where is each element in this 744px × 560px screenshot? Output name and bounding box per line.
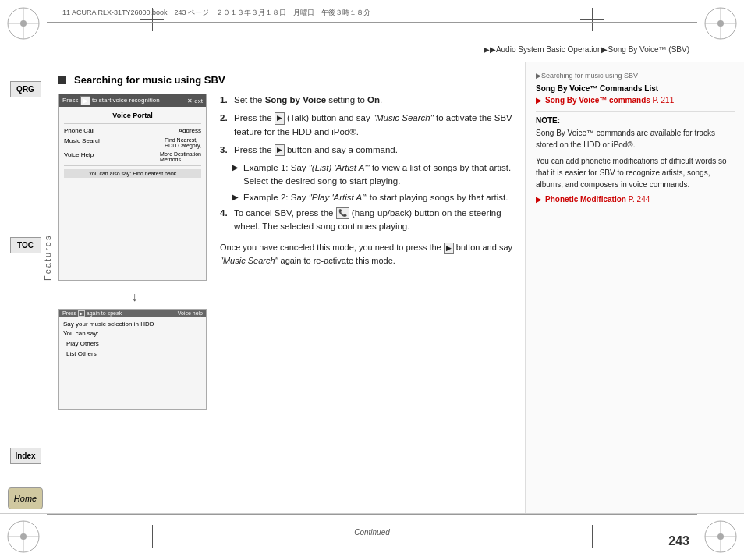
- qrg-button[interactable]: QRG: [10, 81, 41, 97]
- right-note-text-1: Song By Voice™ commands are available fo…: [536, 127, 735, 151]
- mockup-titlebar-1: Press ▶ to start voice recognition ✕ ext: [59, 94, 206, 107]
- footer-top-line: [47, 514, 697, 515]
- home-label: Home: [14, 494, 37, 503]
- right-panel: ▶Searching for music using SBV Song By V…: [526, 62, 744, 513]
- step-2-num: 2.: [220, 112, 231, 139]
- phonetic-modification-link[interactable]: ▶ Phonetic Modification P. 244: [536, 195, 735, 204]
- left-panel: Searching for music using SBV Press ▶ to…: [51, 62, 526, 513]
- mockup-list-others: List Others: [63, 349, 202, 359]
- voice-portal-label: Voice Portal: [64, 112, 201, 119]
- right-note-text-2: You can add phonetic modifications of di…: [536, 155, 735, 190]
- mockup-row-1: Phone Call Address: [64, 127, 201, 134]
- mockup-item-music: Music Search: [64, 137, 101, 148]
- step-1-num: 1.: [220, 94, 231, 107]
- section-title: Searching for music using SBV: [74, 74, 225, 86]
- mockup-row-3: Voice Help More DestinationMethods: [64, 151, 201, 162]
- mockup-cansay: You can say:: [63, 330, 202, 337]
- heading-square-icon: [58, 76, 66, 84]
- mockup-second-titlebar: Press ▶ again to speak Voice help: [59, 310, 206, 317]
- crosshair-footer-right: [580, 525, 604, 548]
- steps-content: 1. Set the Song by Voice setting to On. …: [220, 94, 513, 420]
- mockup-row-2: Music Search Find Nearest,HDD Category,: [64, 137, 201, 148]
- header: 11 ACURA RLX-31TY26000.book 243 ページ ２０１３…: [0, 0, 744, 62]
- step-3-num: 3.: [220, 144, 231, 157]
- mockup-close-icon: ✕ ext: [187, 97, 203, 105]
- sub-step-2: ▶ Example 2: Say "Play 'Artist A'" to st…: [232, 191, 513, 204]
- mockup-item-find: Find Nearest,HDD Category,: [165, 137, 201, 148]
- home-button[interactable]: Home: [8, 487, 43, 509]
- header-filename: 11 ACURA RLX-31TY26000.book 243 ページ ２０１３…: [62, 8, 370, 18]
- mockup-second-prompt: Say your music selection in HDD: [63, 321, 202, 328]
- crosshair-header-right: [580, 8, 604, 31]
- mockup-play-others: Play Others: [63, 338, 202, 349]
- arrow-right-1: ▶: [232, 161, 240, 189]
- step-4: 4. To cancel SBV, press the 📞 (hang-up/b…: [220, 207, 513, 234]
- step-3: 3. Press the ▶ button and say a command.: [220, 144, 513, 157]
- phonetic-link-arrow: ▶: [536, 195, 542, 204]
- header-divider: [47, 22, 697, 23]
- step-4-text: To cancel SBV, press the 📞 (hang-up/back…: [234, 207, 513, 234]
- mockup-item-more: More DestinationMethods: [160, 151, 201, 162]
- sub-step-2-text: Example 2: Say "Play 'Artist A'" to star…: [243, 191, 508, 204]
- mockup-title-text: Press ▶ to start voice recognition: [62, 96, 160, 105]
- sub-step-1-text: Example 1: Say "(List) 'Artist A'" to vi…: [243, 161, 513, 189]
- right-link-text: Song By Voice™ commands P. 211: [545, 96, 674, 105]
- step-3-text: Press the ▶ button and say a command.: [234, 144, 513, 157]
- screenshot-mockup-2: Press ▶ again to speak Voice help Say yo…: [58, 309, 207, 410]
- breadcrumb: ▶▶Audio System Basic Operation▶Song By V…: [484, 45, 689, 54]
- mockup-second-title-text: Press ▶ again to speak: [62, 310, 122, 316]
- mockup-item-phone: Phone Call: [64, 127, 94, 134]
- screenshot-mockup-1: Press ▶ to start voice recognition ✕ ext…: [58, 94, 207, 281]
- right-panel-link[interactable]: ▶ Song By Voice™ commands P. 211: [536, 96, 735, 105]
- right-panel-subtitle: Song By Voice™ Commands List: [536, 84, 735, 93]
- index-button[interactable]: Index: [10, 448, 41, 464]
- right-note-label: NOTE:: [536, 116, 735, 125]
- step-1: 1. Set the Song by Voice setting to On.: [220, 94, 513, 107]
- right-panel-title: ▶Searching for music using SBV: [536, 72, 735, 80]
- mockup-voice-help: Voice help: [178, 310, 203, 316]
- sub-step-1: ▶ Example 1: Say "(List) 'Artist A'" to …: [232, 161, 513, 189]
- phonetic-link-text: Phonetic Modification P. 244: [545, 195, 650, 204]
- step-1-text: Set the Song by Voice setting to On.: [234, 94, 513, 107]
- mockup-item-address: Address: [179, 127, 201, 134]
- mockup-content-1: Voice Portal Phone Call Address Music Se…: [59, 107, 206, 183]
- right-link-icon: ▶: [536, 96, 542, 105]
- main-content: Searching for music using SBV Press ▶ to…: [51, 62, 744, 513]
- crosshair-footer-left: [140, 525, 164, 548]
- right-panel-divider: [536, 111, 735, 112]
- mockup-container: Press ▶ to start voice recognition ✕ ext…: [58, 94, 211, 420]
- mockup-divider-1: [64, 123, 201, 124]
- step-2-text: Press the ▶ (Talk) button and say "Music…: [234, 112, 513, 139]
- section-heading: Searching for music using SBV: [58, 74, 513, 86]
- step-4-num: 4.: [220, 207, 231, 234]
- step-2: 2. Press the ▶ (Talk) button and say "Mu…: [220, 112, 513, 139]
- arrow-right-2: ▶: [232, 191, 240, 204]
- mockup-arrow-down: ↓: [58, 290, 211, 304]
- mockup-divider-2: [64, 165, 201, 166]
- toc-button[interactable]: TOC: [10, 237, 41, 253]
- mockup-item-voice: Voice Help: [64, 151, 94, 162]
- mockup-footer: You can also say: Find nearest bank: [64, 169, 201, 178]
- footer: Continued 243: [0, 513, 744, 560]
- note-text: Once you have canceled this mode, you ne…: [220, 241, 513, 267]
- footer-page-number: 243: [668, 534, 689, 548]
- footer-continued: Continued: [354, 528, 390, 537]
- header-bottom-divider: [47, 55, 697, 55]
- mockup-second-content: Say your music selection in HDD You can …: [59, 317, 206, 363]
